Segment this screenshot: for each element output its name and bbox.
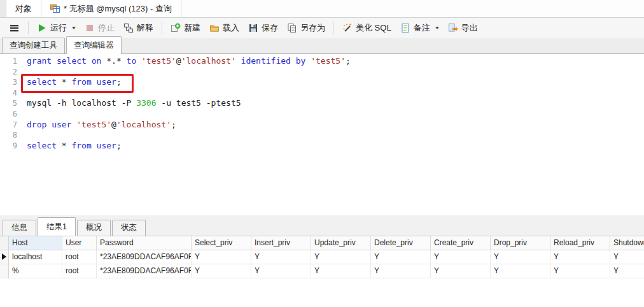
code-line-4: 4 [0,88,644,98]
line-number: 9 [0,141,17,151]
row-selector-cell[interactable] [0,264,9,278]
tab-profile[interactable]: 概况 [77,220,111,236]
tab-query-editor[interactable]: 查询编辑器 [66,36,122,54]
chevron-down-icon[interactable] [435,27,439,29]
table-cell[interactable]: Y [550,264,610,278]
code-token: * [57,77,71,87]
menu-button[interactable] [5,21,24,35]
table-cell[interactable]: Y [311,250,371,264]
table-cell[interactable]: Y [371,264,431,278]
load-button[interactable]: 载入 [205,20,244,36]
table-cell[interactable]: Y [491,264,550,278]
table-cell[interactable]: Y [251,250,311,264]
beautify-sql-button[interactable]: 美化 SQL [338,20,396,36]
result-tab-bar: 信息 结果1 概况 状态 [0,215,644,236]
code-token [305,56,311,66]
table-cell[interactable]: Y [610,264,644,278]
chevron-down-icon[interactable] [72,27,76,29]
table-cell[interactable]: Y [431,250,491,264]
table-cell[interactable]: localhost [9,250,62,264]
code-token: user [97,141,116,150]
toolbar-separator [28,22,29,34]
table-cell[interactable]: Y [431,264,491,278]
column-header-create_priv[interactable]: Create_priv [431,236,491,250]
save-button-label: 保存 [262,22,278,34]
load-icon [209,23,220,33]
note-button[interactable]: 备注 [396,20,444,36]
column-header-host[interactable]: Host [9,236,62,250]
row-selector-cell[interactable] [0,250,9,264]
code-token: by [296,56,306,66]
code-token: from [71,141,91,150]
column-header-reload_priv[interactable]: Reload_priv [550,236,610,250]
code-token: 3306 [136,98,156,108]
code-token: to [127,56,137,66]
code-token [87,56,92,66]
table-cell[interactable]: *23AE809DDACAF96AF0FD [97,250,192,264]
tab-profile-label: 概况 [86,223,102,232]
tab-status[interactable]: 状态 [112,220,146,236]
table-cell[interactable]: Y [610,250,644,264]
table-cell[interactable]: Y [371,250,431,264]
save-as-button-label: 另存为 [300,22,325,34]
stop-button[interactable]: 停止 [80,20,119,36]
code-token: 'localhost' [181,56,236,66]
save-as-button[interactable]: 另存为 [283,20,330,36]
code-token: -u test5 -ptest5 [157,98,241,108]
line-number: 8 [0,130,17,140]
table-cell[interactable]: Y [491,250,550,264]
code-token [236,56,241,66]
table-cell[interactable]: root [62,250,97,264]
save-button[interactable]: 保存 [244,20,283,36]
table-cell[interactable]: Y [550,250,610,264]
table-cell[interactable]: root [62,264,97,278]
column-header-delete_priv[interactable]: Delete_priv [371,236,431,250]
column-header-password[interactable]: Password [97,236,192,250]
table-row[interactable]: localhostroot*23AE809DDACAF96AF0FDYYYYYY… [0,250,644,264]
new-button[interactable]: 新建 [166,20,205,36]
tab-info[interactable]: 信息 [3,220,36,236]
table-cell[interactable]: Y [192,250,251,264]
code-token: 'localhost' [116,120,171,129]
column-header-shutdown_priv[interactable]: Shutdown_priv [610,236,644,250]
column-header-update_priv[interactable]: Update_priv [311,236,371,250]
new-button-label: 新建 [184,22,200,34]
tab-objects[interactable]: 对象 [6,0,41,17]
code-line-8: 8 [0,130,644,140]
export-button[interactable]: 导出 [444,20,482,36]
code-token [291,56,296,66]
code-token: grant [27,56,52,66]
code-token: identified [241,56,291,66]
toolbar-separator [333,22,334,34]
toolbar-separator [162,22,162,34]
table-cell[interactable]: Y [251,264,311,278]
tab-query[interactable]: * 无标题 @mysql (123) - 查询 [41,0,181,17]
column-header-select_priv[interactable]: Select_priv [192,236,251,250]
code-token: @ [176,56,181,66]
code-token: user [97,77,116,87]
explain-button[interactable]: 解释 [119,20,158,36]
column-header-drop_priv[interactable]: Drop_priv [491,236,550,250]
line-number: 3 [0,77,17,87]
result-grid: HostUserPasswordSelect_privInsert_privUp… [0,236,644,306]
tab-query-builder-label: 查询创建工具 [10,41,57,50]
table-cell[interactable]: % [9,264,62,278]
table-cell[interactable]: Y [311,264,371,278]
line-number: 5 [0,98,17,108]
beautify-sql-button-label: 美化 SQL [356,22,391,34]
table-cell[interactable]: *23AE809DDACAF96AF0FD [97,264,192,278]
table-row[interactable]: %root*23AE809DDACAF96AF0FDYYYYYYYY [0,264,644,278]
column-header-insert_priv[interactable]: Insert_priv [251,236,311,250]
stop-icon [85,23,95,33]
tab-query-builder[interactable]: 查询创建工具 [2,38,65,54]
code-line-6: 6 [0,109,644,119]
code-token [52,56,57,66]
column-header-user[interactable]: User [62,236,97,250]
code-token: ; [116,77,122,87]
run-button[interactable]: 运行 [32,20,80,36]
run-button-label: 运行 [50,22,67,34]
tab-result1[interactable]: 结果1 [38,217,76,236]
sql-editor[interactable]: 1grant select on *.* to 'test5'@'localho… [0,54,644,215]
beautify-icon [342,23,353,33]
table-cell[interactable]: Y [192,264,251,278]
